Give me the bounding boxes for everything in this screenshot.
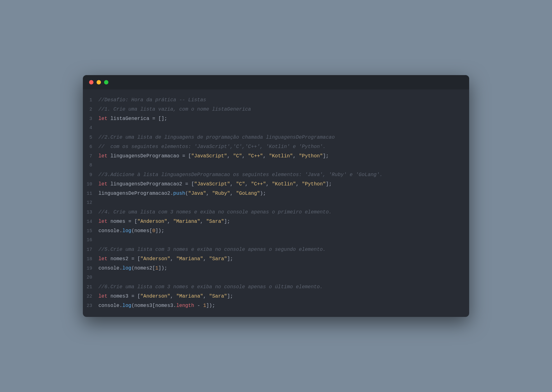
line-22: 22 let nomes3 = ["Anderson", "Mariana", … xyxy=(83,292,469,301)
line-3: 3 let listaGenerica = []; xyxy=(83,114,469,124)
line-number-16: 16 xyxy=(83,237,98,244)
line-number-5: 5 xyxy=(83,134,98,141)
line-2: 2 //1. Crie uma lista vazia, com o nome … xyxy=(83,105,469,114)
line-content-15: console.log(nomes[0]); xyxy=(98,227,164,235)
line-number-20: 20 xyxy=(83,274,98,281)
line-19: 19 console.log(nomes2[1]); xyxy=(83,264,469,273)
line-number-6: 6 xyxy=(83,143,98,151)
line-number-1: 1 xyxy=(83,97,98,104)
line-5: 5 //2.Crie uma lista de linguagens de pr… xyxy=(83,133,469,142)
line-number-4: 4 xyxy=(83,124,98,132)
maximize-button[interactable] xyxy=(104,80,108,84)
line-number-22: 22 xyxy=(83,293,98,300)
line-23: 23 console.log(nomes3[nomes3.length - 1]… xyxy=(83,301,469,311)
line-number-13: 13 xyxy=(83,209,98,216)
minimize-button[interactable] xyxy=(97,80,101,84)
line-number-11: 11 xyxy=(83,190,98,198)
line-6: 6 // com os seguintes elementos: 'JavaSc… xyxy=(83,142,469,152)
line-content-13: //4. Crie uma lista com 3 nomes e exiba … xyxy=(98,208,332,217)
line-content-21: //6.Crie uma lista com 3 nomes e exiba n… xyxy=(98,283,323,291)
line-number-15: 15 xyxy=(83,227,98,235)
line-number-17: 17 xyxy=(83,246,98,254)
line-12: 12 xyxy=(83,198,469,208)
titlebar xyxy=(83,75,469,89)
line-number-18: 18 xyxy=(83,256,98,263)
line-content-17: //5.Crie uma lista com 3 nomes e exiba n… xyxy=(98,246,326,254)
line-9: 9 //3.Adicione à lista linguagensDeProgr… xyxy=(83,170,469,180)
line-number-3: 3 xyxy=(83,115,98,123)
line-number-8: 8 xyxy=(83,162,98,169)
line-number-23: 23 xyxy=(83,302,98,310)
line-4: 4 xyxy=(83,124,469,133)
line-content-22: let nomes3 = ["Anderson", "Mariana", "Sa… xyxy=(98,293,233,301)
line-13: 13 //4. Crie uma lista com 3 nomes e exi… xyxy=(83,208,469,217)
line-content-23: console.log(nomes3[nomes3.length - 1]); xyxy=(98,302,215,310)
line-content-6: // com os seguintes elementos: 'JavaScri… xyxy=(98,143,326,151)
line-content-9: //3.Adicione à lista linguagensDeProgram… xyxy=(98,171,383,179)
line-18: 18 let nomes2 = ["Anderson", "Mariana", … xyxy=(83,255,469,264)
line-number-14: 14 xyxy=(83,218,98,226)
line-content-19: console.log(nomes2[1]); xyxy=(98,265,167,273)
line-content-2: //1. Crie uma lista vazia, com o nome li… xyxy=(98,106,251,114)
line-14: 14 let nomes = ["Anderson", "Mariana", "… xyxy=(83,217,469,227)
line-number-12: 12 xyxy=(83,199,98,207)
code-editor-window: 1 //Desafio: Hora da prática -- Listas 2… xyxy=(83,75,469,317)
line-number-7: 7 xyxy=(83,153,98,160)
line-17: 17 //5.Crie uma lista com 3 nomes e exib… xyxy=(83,245,469,255)
line-content-7: let linguagensDeProgramacao = ["JavaScri… xyxy=(98,152,329,160)
line-8: 8 xyxy=(83,161,469,170)
line-number-10: 10 xyxy=(83,181,98,188)
line-number-2: 2 xyxy=(83,106,98,113)
line-11: 11 linguagensDeProgramacao2.push("Java",… xyxy=(83,189,469,198)
line-16: 16 xyxy=(83,236,469,245)
line-number-9: 9 xyxy=(83,171,98,179)
line-content-18: let nomes2 = ["Anderson", "Mariana", "Sa… xyxy=(98,255,233,263)
line-10: 10 let linguagensDeProgramacao2 = ["Java… xyxy=(83,180,469,189)
close-button[interactable] xyxy=(89,80,93,84)
line-content-14: let nomes = ["Anderson", "Mariana", "Sar… xyxy=(98,218,230,226)
line-15: 15 console.log(nomes[0]); xyxy=(83,227,469,236)
line-content-1: //Desafio: Hora da prática -- Listas xyxy=(98,96,206,104)
line-21: 21 //6.Crie uma lista com 3 nomes e exib… xyxy=(83,283,469,292)
code-area: 1 //Desafio: Hora da prática -- Listas 2… xyxy=(83,89,469,317)
line-number-19: 19 xyxy=(83,265,98,272)
line-20: 20 xyxy=(83,273,469,283)
line-content-10: let linguagensDeProgramacao2 = ["JavaScr… xyxy=(98,180,332,189)
line-number-21: 21 xyxy=(83,284,98,291)
line-content-5: //2.Crie uma lista de linguagens de prog… xyxy=(98,134,335,142)
line-1: 1 //Desafio: Hora da prática -- Listas xyxy=(83,96,469,105)
line-content-3: let listaGenerica = []; xyxy=(98,115,167,123)
line-content-11: linguagensDeProgramacao2.push("Java", "R… xyxy=(98,190,266,198)
line-7: 7 let linguagensDeProgramacao = ["JavaSc… xyxy=(83,152,469,161)
